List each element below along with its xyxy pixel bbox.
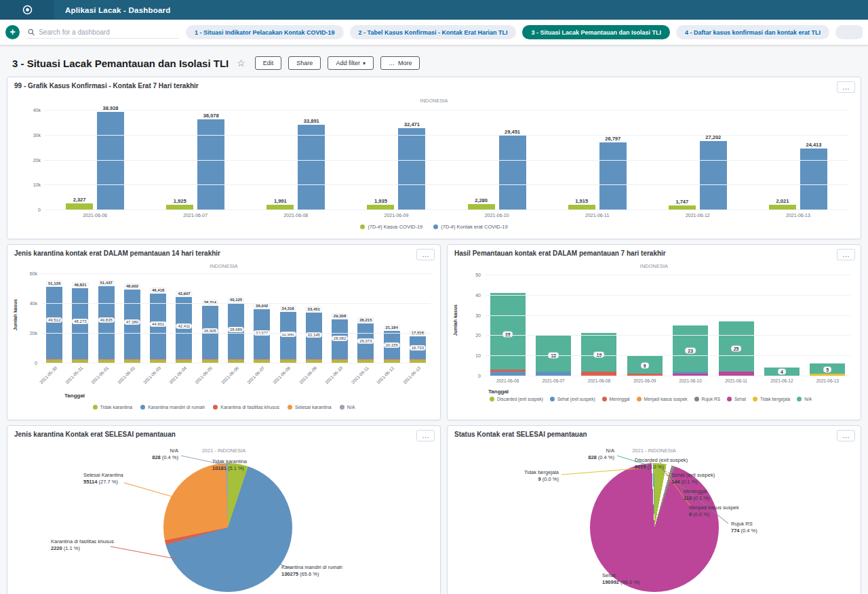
bar-value-label: 1,991 [274, 198, 287, 204]
bar-column: 17,60816,7332021-06-13 [405, 273, 431, 363]
bar-kasus[interactable]: 1,925 [166, 205, 193, 210]
stacked-bar[interactable]: 25 [719, 321, 754, 376]
bar-kasus[interactable]: 2,280 [468, 204, 495, 210]
dashboard-tab[interactable]: 2 - Tabel Kasus Konfirmasi - Kontak Erat… [350, 25, 517, 39]
x-axis-label: 2021-06-07 [542, 378, 564, 383]
stacked-bar[interactable]: 48,90247,380 [124, 290, 140, 363]
legend-item[interactable]: Sehat [727, 397, 746, 401]
search-input[interactable] [39, 28, 178, 36]
pie-slice-label: N/A828 (0.4 %) [588, 448, 614, 461]
edit-button[interactable]: Edit [255, 56, 282, 70]
legend-item[interactable]: Karantina mandiri di rumah [140, 405, 205, 410]
legend-item[interactable]: Tidak bergejala [753, 397, 790, 401]
stacked-bar[interactable]: 46,41844,901 [150, 294, 166, 363]
panel-options-button[interactable]: … [837, 81, 855, 93]
x-axis-label: 2021-06-08 [272, 365, 291, 384]
stacked-bar[interactable]: 51,43749,835 [98, 286, 115, 363]
legend-item[interactable]: Selesai karantina [288, 405, 332, 410]
bar-kasus[interactable]: 2,021 [769, 205, 796, 210]
bar-total-label: 36,042 [254, 304, 269, 308]
x-axis-label: 2021-06-12 [648, 213, 748, 218]
stacked-bar[interactable]: 38,31436,905 [202, 306, 218, 363]
bar-kontak-erat[interactable]: 33,891 [298, 125, 325, 210]
panel-options-button[interactable]: … [837, 430, 855, 441]
bar-value-label: 2,327 [73, 197, 86, 203]
stacked-bar[interactable]: 34,31832,990 [280, 312, 296, 363]
add-filter-button[interactable]: Add filter▾ [328, 56, 374, 70]
bar-value-label: 2,280 [475, 197, 488, 203]
share-button[interactable]: Share [288, 56, 321, 70]
dashboard-search[interactable] [26, 26, 179, 39]
legend-item[interactable]: Discarded (exit suspek) [490, 397, 543, 401]
stacked-bar[interactable]: 19 [581, 333, 616, 376]
stacked-bar[interactable]: 5 [810, 363, 845, 376]
stacked-bar[interactable]: 17,60816,733 [410, 336, 426, 363]
more-button[interactable]: …More [380, 56, 420, 70]
bar-column: 33,45132,1452021-06-09 [301, 273, 327, 363]
stacked-bar[interactable]: 9 [627, 355, 663, 376]
x-axis-labels: 2021-06-062021-06-072021-06-082021-06-09… [45, 213, 848, 218]
dashboard-tab[interactable]: 1 - Situasi Indikator Pelacakan Kontak C… [186, 25, 344, 39]
add-dashboard-button[interactable]: + [5, 25, 20, 39]
stacked-bar[interactable]: 4 [764, 368, 800, 376]
bar-kontak-erat[interactable]: 27,202 [700, 141, 727, 210]
stacked-bar[interactable]: 33,45132,145 [306, 313, 322, 363]
bar-kasus[interactable]: 1,991 [267, 205, 294, 210]
bar-kasus[interactable]: 1,915 [568, 205, 595, 210]
stacked-bar[interactable]: 29,30828,082 [332, 319, 348, 363]
y-axis-tick: 0 [35, 361, 37, 365]
share-button-label: Share [296, 60, 313, 66]
stacked-bar[interactable]: 36,04234,677 [254, 309, 270, 363]
x-axis-label: 2021-06-09 [346, 213, 446, 218]
x-axis-label: 2021-06-12 [376, 365, 395, 384]
dashboard-tab-partial[interactable] [835, 25, 863, 39]
panel-options-button[interactable]: … [416, 430, 435, 441]
legend-item[interactable]: Karantina di fasilitas khusus [213, 405, 279, 410]
stacked-bar[interactable]: 23 [673, 325, 708, 376]
bar-kontak-erat[interactable]: 38,928 [97, 112, 124, 210]
app-logo-icon [22, 5, 33, 15]
legend-item[interactable]: Meninggal [602, 397, 630, 401]
panel-options-button[interactable]: … [416, 249, 435, 260]
legend-item[interactable]: Rujuk RS [694, 397, 720, 401]
stacked-bar[interactable]: 38 [490, 293, 526, 376]
x-axis-label: 2021-05-30 [39, 365, 58, 384]
stacked-bar[interactable]: 49,82148,273 [72, 288, 88, 363]
bar-kontak-erat[interactable]: 29,451 [499, 136, 526, 210]
legend-item[interactable]: (7D-#) Kontak erat COVID-19 [433, 224, 507, 230]
bar-total-label: 33,451 [307, 307, 321, 311]
legend-item[interactable]: Menjadi kasus suspek [637, 397, 688, 401]
bar-kontak-erat[interactable]: 32,471 [398, 128, 425, 210]
legend-item[interactable]: N/A [797, 397, 812, 401]
bar-kontak-erat[interactable]: 26,797 [599, 142, 627, 210]
favorite-star-icon[interactable]: ☆ [237, 58, 245, 68]
dashboard-tab[interactable]: 3 - Situasi Lacak Pemantauan dan Isolasi… [522, 25, 670, 39]
x-axis-label: 2021-06-11 [547, 213, 648, 218]
bar-kontak-erat[interactable]: 36,078 [197, 119, 224, 210]
panel-hasil-pemantauan: Hasil Pemantauan kontak erat DALAM peman… [447, 244, 861, 420]
segment-selesai-karantina [124, 359, 140, 361]
bar-inner-label: 16,733 [410, 346, 425, 350]
legend-item[interactable]: N/A [340, 405, 355, 410]
dashboard-tab[interactable]: 4 - Daftar kasus konfirmasi dan kontak e… [676, 25, 829, 39]
pie-slice-label: Sehat (exit suspek)144 (0.1 %) [671, 472, 715, 486]
segment-selesai-karantina [384, 359, 400, 361]
bar-column: 382021-06-06 [485, 275, 530, 376]
pie-slice-label: Tidak karantina10181 (5.1 %) [212, 458, 247, 472]
gridline [45, 210, 848, 210]
legend-item[interactable]: (7D-#) Kasus COVID-19 [360, 224, 422, 230]
stacked-bar[interactable]: 21,18420,155 [384, 331, 400, 363]
pie-chart[interactable] [163, 463, 292, 592]
legend-item[interactable]: Tidak karantina [93, 405, 133, 410]
app-logo[interactable] [0, 0, 54, 20]
stacked-bar[interactable]: 43,90742,411 [176, 297, 192, 363]
panel-options-button[interactable]: … [837, 249, 855, 260]
pie-slice-label: Menjadi kasus suspek6 (0.0 %) [689, 504, 739, 518]
bar-kasus[interactable]: 2,327 [66, 203, 93, 210]
panel-title: Jenis karantina Kontak erat SELESAI pema… [7, 426, 440, 438]
legend-item[interactable]: Sehat (exit suspek) [550, 397, 595, 401]
stacked-bar[interactable]: 51,12649,512 [46, 287, 62, 363]
bar-kasus[interactable]: 1,935 [367, 205, 394, 210]
stacked-bar[interactable]: 26,21525,073 [357, 323, 374, 363]
bar-kontak-erat[interactable]: 24,413 [800, 148, 827, 210]
